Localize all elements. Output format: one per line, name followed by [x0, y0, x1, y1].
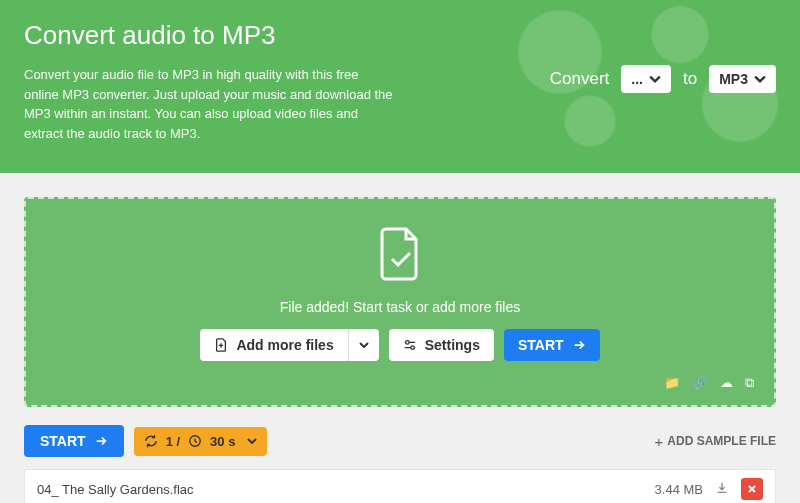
- chevron-down-icon: [649, 73, 661, 85]
- link-icon[interactable]: 🔗: [692, 375, 708, 391]
- file-list: 04_ The Sally Gardens.flac3.44 MBAvril L…: [24, 469, 776, 503]
- file-size: 3.44 MB: [655, 482, 703, 497]
- add-more-button[interactable]: Add more files: [200, 329, 347, 361]
- chevron-down-icon: [754, 73, 766, 85]
- svg-point-1: [411, 346, 415, 350]
- start-label: START: [518, 337, 564, 353]
- settings-button[interactable]: Settings: [389, 329, 494, 361]
- add-more-label: Add more files: [236, 337, 333, 353]
- from-format-dropdown[interactable]: ...: [621, 65, 671, 93]
- main-content: File added! Start task or add more files…: [0, 173, 800, 503]
- sliders-icon: [403, 338, 417, 352]
- action-row: START 1 / 30 s + ADD SAMPLE FILE: [24, 425, 776, 457]
- repeat-icon: [144, 434, 158, 448]
- dropzone-message: File added! Start task or add more files: [46, 299, 754, 315]
- download-icon[interactable]: [715, 481, 729, 498]
- add-sample-button[interactable]: + ADD SAMPLE FILE: [655, 433, 776, 450]
- remove-button[interactable]: [741, 478, 763, 500]
- page-title: Convert audio to MP3: [24, 20, 776, 51]
- from-format-value: ...: [631, 71, 643, 87]
- hero-banner: Convert audio to MP3 Convert your audio …: [0, 0, 800, 173]
- clock-icon: [188, 434, 202, 448]
- file-plus-icon: [214, 338, 228, 352]
- folder-icon[interactable]: 📁: [664, 375, 680, 391]
- start-all-button[interactable]: START: [24, 425, 124, 457]
- convert-bar: Convert ... to MP3: [550, 65, 776, 93]
- convert-label: Convert: [550, 69, 610, 89]
- chevron-down-icon: [359, 342, 369, 348]
- chevron-down-icon: [247, 438, 257, 444]
- cloud-icon[interactable]: ☁: [720, 375, 733, 391]
- svg-point-0: [405, 341, 409, 345]
- to-label: to: [683, 69, 697, 89]
- add-sample-label: ADD SAMPLE FILE: [667, 434, 776, 448]
- start-button[interactable]: START: [504, 329, 600, 361]
- dropzone-actions: Add more files Settings START: [46, 329, 754, 361]
- to-format-value: MP3: [719, 71, 748, 87]
- file-name: 04_ The Sally Gardens.flac: [37, 482, 643, 497]
- file-check-icon: [46, 225, 754, 285]
- page-description: Convert your audio file to MP3 in high q…: [24, 65, 394, 143]
- dropzone[interactable]: File added! Start task or add more files…: [24, 197, 776, 407]
- to-format-dropdown[interactable]: MP3: [709, 65, 776, 93]
- arrow-right-icon: [572, 338, 586, 352]
- settings-label: Settings: [425, 337, 480, 353]
- dropbox-icon[interactable]: ⧉: [745, 375, 754, 391]
- start-all-label: START: [40, 433, 86, 449]
- dropzone-sources: 📁 🔗 ☁ ⧉: [46, 375, 754, 391]
- add-more-caret[interactable]: [348, 329, 379, 361]
- arrow-right-icon: [94, 434, 108, 448]
- batch-time: 30 s: [210, 434, 235, 449]
- batch-dropdown[interactable]: 1 / 30 s: [134, 427, 268, 456]
- file-row: 04_ The Sally Gardens.flac3.44 MB: [24, 469, 776, 503]
- add-more-split: Add more files: [200, 329, 378, 361]
- batch-count: 1 /: [166, 434, 180, 449]
